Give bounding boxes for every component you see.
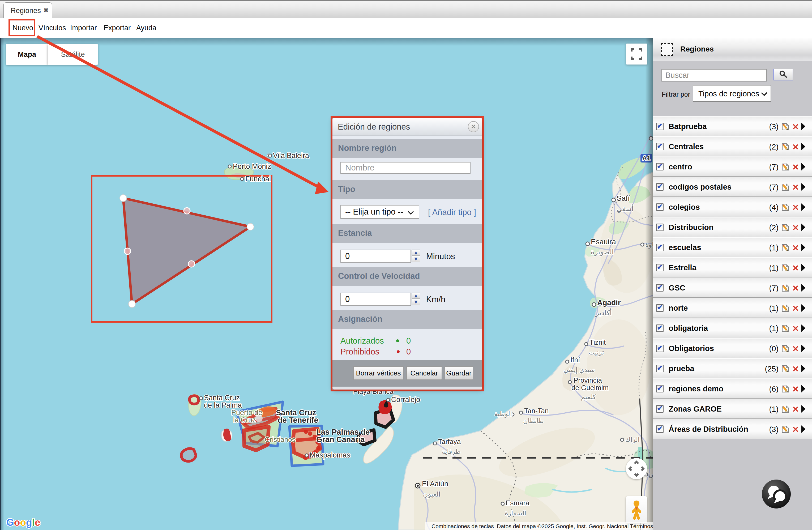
svg-text:الوطية: الوطية (494, 410, 512, 418)
svg-text:طرفاية: طرفاية (442, 448, 461, 455)
svg-text:de Guelmim: de Guelmim (571, 384, 609, 392)
svg-text:الزاك: الزاك (625, 436, 640, 443)
svg-text:Santa Cruz: Santa Cruz (204, 394, 240, 402)
svg-text:كلميم: كلميم (581, 393, 596, 401)
svg-text:Ifní: Ifní (570, 356, 580, 364)
svg-text:Gran Canaria: Gran Canaria (316, 435, 365, 444)
svg-text:Cristianos: Cristianos (265, 435, 295, 443)
svg-text:السمارة: السمارة (505, 510, 526, 517)
svg-text:Maspalomas: Maspalomas (309, 451, 350, 459)
svg-text:سيدي إيفني: سيدي إيفني (564, 366, 595, 374)
svg-text:Porto Moniz: Porto Moniz (233, 162, 271, 171)
svg-text:أسفي: أسفي (617, 204, 634, 213)
svg-text:Agadir: Agadir (597, 299, 621, 307)
svg-text:Esmara: Esmara (506, 499, 530, 507)
svg-text:Puerto de: Puerto de (231, 409, 262, 417)
svg-text:Provincia: Provincia (574, 376, 602, 384)
svg-text:Funchal: Funchal (245, 175, 271, 183)
svg-text:Safí: Safí (617, 194, 630, 202)
svg-text:ترنيت: ترنيت (589, 349, 604, 356)
svg-text:la Cruz: la Cruz (233, 416, 256, 424)
svg-text:Tan-Tan: Tan-Tan (524, 407, 549, 415)
svg-text:Esauira: Esauira (591, 238, 616, 246)
svg-text:Vila Baleira: Vila Baleira (273, 152, 309, 160)
svg-text:Tiznit: Tiznit (590, 338, 606, 346)
svg-text:أكادير: أكادير (595, 308, 612, 317)
svg-text:العيون: العيون (423, 490, 440, 498)
svg-text:طانطان: طانطان (523, 417, 544, 424)
svg-text:El Aaiún: El Aaiún (422, 480, 448, 488)
svg-text:Tarfaya: Tarfaya (438, 438, 461, 446)
svg-text:de Tenerife: de Tenerife (278, 416, 318, 424)
svg-text:de la Palma: de la Palma (204, 401, 242, 409)
svg-text:Corralejo: Corralejo (391, 396, 420, 404)
svg-text:الصويرة: الصويرة (591, 248, 614, 256)
